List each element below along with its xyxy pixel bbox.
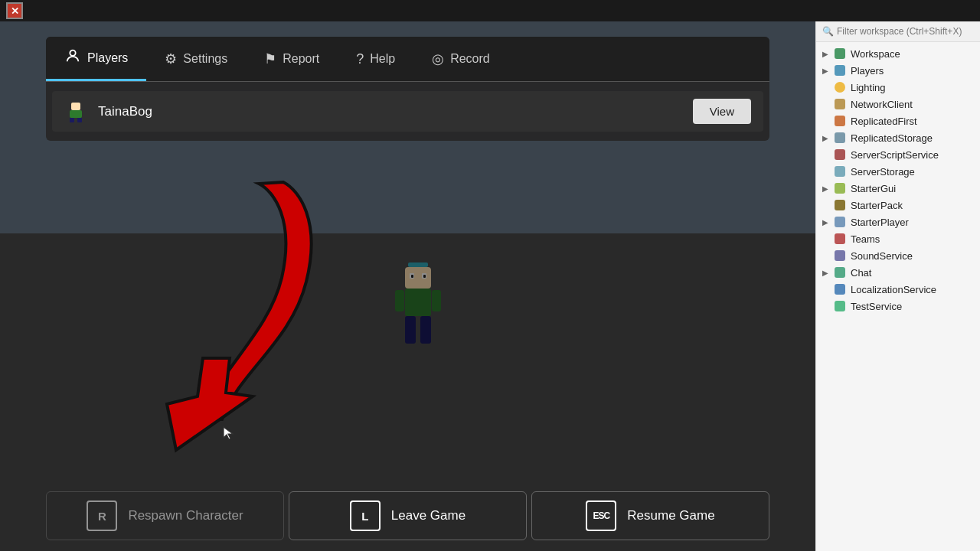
bottom-toolbar: R Respawn Character L Leave Game ESC Res… [46,491,769,540]
server-storage-icon [833,165,847,178]
player-name: TainaBog [98,104,693,119]
leave-game-button[interactable]: L Leave Game [289,491,527,540]
players-icon [833,64,847,77]
sidebar-item-networkclient[interactable]: NetworkClient [816,96,980,112]
svg-rect-12 [71,103,80,110]
panel-tabs: Players ⚙ Settings ⚑ Report ? Help ◎ Rec… [46,37,769,82]
respawn-key-badge: R [87,500,117,531]
players-tab-icon [64,47,81,68]
sidebar-item-label: StarterGui [851,183,896,194]
tab-record[interactable]: ◎ Record [413,37,508,81]
chevron-icon: ▶ [822,184,833,193]
resume-label: Resume Game [627,508,714,523]
leave-key-badge: L [350,500,381,531]
sidebar-tree: ▶Workspace▶Players Lighting NetworkClien… [816,42,980,551]
top-bar: ✕ [0,0,980,21]
close-button[interactable]: ✕ [6,2,23,19]
chat-icon [833,266,847,279]
player-avatar [64,100,87,123]
sidebar-item-label: TestService [851,301,902,312]
sidebar-item-label: NetworkClient [851,99,913,110]
settings-tab-icon: ⚙ [165,51,177,67]
sound-icon [833,249,847,262]
tab-record-label: Record [450,52,490,66]
tab-settings-label: Settings [183,52,227,66]
sidebar-item-workspace[interactable]: ▶Workspace [816,45,980,62]
chevron-icon: ▶ [822,50,833,58]
sidebar-item-chat[interactable]: ▶Chat [816,264,980,281]
test-icon [833,299,847,313]
sidebar-item-label: Players [851,65,884,77]
tab-report-label: Report [283,52,319,66]
sidebar-filter: 🔍 [816,21,980,42]
sidebar-item-localizationservice[interactable]: LocalizationService [816,281,980,298]
filter-icon: 🔍 [822,26,834,37]
player-row: TainaBog View [52,91,763,132]
tab-players-label: Players [87,51,128,65]
sidebar-item-serverscriptservice[interactable]: ServerScriptService [816,146,980,163]
tab-settings[interactable]: ⚙ Settings [146,37,246,81]
tab-help-label: Help [370,52,395,66]
svg-rect-15 [77,118,82,122]
sidebar-item-label: Lighting [851,82,886,93]
respawn-label: Respawn Character [128,508,243,523]
resume-game-button[interactable]: ESC Resume Game [531,491,769,540]
players-panel: Players ⚙ Settings ⚑ Report ? Help ◎ Rec… [46,37,769,141]
sidebar-item-testservice[interactable]: TestService [816,298,980,315]
game-area: Players ⚙ Settings ⚑ Report ? Help ◎ Rec… [0,21,815,551]
server-script-icon [833,148,847,161]
sidebar-item-lighting[interactable]: Lighting [816,79,980,96]
sidebar-item-label: ServerScriptService [851,149,939,161]
chevron-icon: ▶ [822,67,833,75]
svg-point-11 [70,51,75,56]
chevron-icon: ▶ [822,218,833,227]
report-tab-icon: ⚑ [264,51,276,67]
player-list: TainaBog View [46,82,769,141]
svg-rect-13 [70,110,82,118]
workspace-icon [833,47,847,60]
tab-players[interactable]: Players [46,37,146,81]
main-content: Players ⚙ Settings ⚑ Report ? Help ◎ Rec… [0,21,980,551]
help-tab-icon: ? [356,51,364,67]
sidebar-item-serverstorage[interactable]: ServerStorage [816,163,980,180]
sidebar-item-players[interactable]: ▶Players [816,62,980,79]
sidebar-item-label: StarterPlayer [851,217,909,228]
sidebar-item-label: Teams [851,233,880,245]
starter-pack-icon [833,198,847,212]
sidebar-item-label: SoundService [851,250,913,262]
sidebar-item-starterplayer[interactable]: ▶StarterPlayer [816,214,980,230]
sidebar-item-starterpack[interactable]: StarterPack [816,197,980,214]
network-icon [833,97,847,111]
tab-report[interactable]: ⚑ Report [246,37,338,81]
sidebar-item-label: LocalizationService [851,284,936,295]
filter-input[interactable] [837,26,974,37]
lighting-icon [833,80,847,94]
storage-icon [833,131,847,145]
record-tab-icon: ◎ [432,51,444,67]
sidebar-item-label: Chat [851,267,871,279]
sidebar-item-replicatedfirst[interactable]: ReplicatedFirst [816,112,980,129]
sidebar-item-label: ServerStorage [851,166,915,178]
sidebar-item-label: ReplicatedStorage [851,132,933,144]
sidebar-item-teams[interactable]: Teams [816,230,980,247]
sidebar-item-startergui[interactable]: ▶StarterGui [816,180,980,197]
sidebar-item-label: ReplicatedFirst [851,116,917,127]
sidebar-item-label: StarterPack [851,200,903,211]
replicated-icon [833,114,847,128]
respawn-button[interactable]: R Respawn Character [46,491,284,540]
starter-gui-icon [833,181,847,195]
leave-label: Leave Game [391,508,466,523]
chevron-icon: ▶ [822,269,833,277]
view-player-button[interactable]: View [693,99,751,124]
sidebar-item-replicatedstorage[interactable]: ▶ReplicatedStorage [816,129,980,146]
starter-player-icon [833,215,847,229]
localization-icon [833,282,847,296]
tab-help[interactable]: ? Help [338,37,413,81]
svg-rect-14 [70,118,74,122]
right-sidebar: 🔍 ▶Workspace▶Players Lighting NetworkCli… [815,21,980,551]
resume-key-badge: ESC [586,500,616,531]
sidebar-item-label: Workspace [851,48,900,60]
sidebar-item-soundservice[interactable]: SoundService [816,247,980,264]
teams-icon [833,232,847,246]
chevron-icon: ▶ [822,134,833,142]
